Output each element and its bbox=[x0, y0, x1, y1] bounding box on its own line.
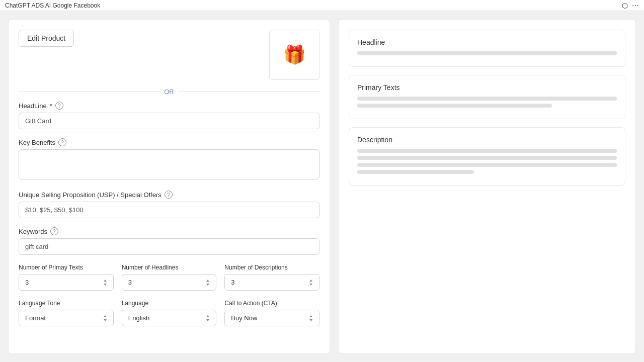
cta-group: Call to Action (CTA) Buy Now Learn More … bbox=[224, 300, 319, 326]
headlines-count-group: Number of Headlines 3 1 2 4 5 bbox=[122, 264, 217, 291]
language-tone-label: Language Tone bbox=[19, 300, 114, 307]
keywords-help-icon[interactable]: ? bbox=[50, 227, 58, 235]
primary-texts-skeleton-1 bbox=[357, 97, 617, 101]
language-tone-group: Language Tone Formal Informal Profession… bbox=[19, 300, 114, 326]
number-controls-row: Number of Primay Texts 3 1 2 4 5 Number … bbox=[19, 264, 319, 291]
description-skeleton-2 bbox=[357, 156, 617, 160]
more-icon[interactable]: ⋯ bbox=[632, 2, 639, 10]
key-benefits-help-icon[interactable]: ? bbox=[58, 138, 66, 146]
headline-preview-title: Headline bbox=[357, 38, 617, 46]
headlines-count-select[interactable]: 3 1 2 4 5 bbox=[122, 274, 217, 291]
cta-label: Call to Action (CTA) bbox=[224, 300, 319, 307]
usp-help-icon[interactable]: ? bbox=[165, 191, 173, 199]
headline-label: HeadLine * ? bbox=[19, 102, 319, 110]
top-bar-icons: ⬡ ⋯ bbox=[622, 2, 639, 10]
primary-texts-count-select[interactable]: 3 1 2 4 5 bbox=[19, 274, 114, 291]
usp-label: Unique Selling Proposition (USP) / Speci… bbox=[19, 191, 319, 199]
usp-input[interactable] bbox=[19, 202, 319, 218]
key-benefits-input[interactable] bbox=[19, 149, 319, 179]
headline-preview-card: Headline bbox=[349, 30, 625, 67]
key-benefits-group: Key Benefits ? bbox=[19, 138, 319, 182]
edit-product-button[interactable]: Edit Product bbox=[19, 30, 74, 47]
main-container: Edit Product 🎁 OR HeadLine * ? Key Benef… bbox=[0, 11, 644, 362]
descriptions-count-label: Number of Descriptions bbox=[224, 264, 319, 271]
language-select[interactable]: English Spanish French German Italian bbox=[122, 310, 217, 326]
or-divider: OR bbox=[19, 88, 319, 96]
language-label: Language bbox=[122, 300, 217, 307]
primary-texts-preview-title: Primary Texts bbox=[357, 83, 617, 92]
usp-group: Unique Selling Proposition (USP) / Speci… bbox=[19, 191, 319, 218]
headline-skeleton-1 bbox=[357, 51, 617, 55]
descriptions-count-group: Number of Descriptions 3 1 2 4 5 bbox=[224, 264, 319, 291]
description-skeleton-1 bbox=[357, 149, 617, 153]
product-image: 🎁 bbox=[269, 30, 319, 80]
primary-texts-skeleton-2 bbox=[357, 104, 552, 108]
language-controls-row: Language Tone Formal Informal Profession… bbox=[19, 300, 319, 326]
headline-group: HeadLine * ? bbox=[19, 102, 319, 129]
left-panel: Edit Product 🎁 OR HeadLine * ? Key Benef… bbox=[8, 19, 330, 354]
headlines-count-label: Number of Headlines bbox=[122, 264, 217, 271]
required-indicator: * bbox=[50, 102, 52, 110]
description-preview-title: Description bbox=[357, 136, 617, 144]
headline-input[interactable] bbox=[19, 113, 319, 129]
description-skeleton-4 bbox=[357, 170, 474, 174]
product-area: Edit Product 🎁 bbox=[19, 30, 319, 80]
primary-texts-count-group: Number of Primay Texts 3 1 2 4 5 bbox=[19, 264, 114, 291]
top-bar: ChatGPT ADS AI Google Facebook ⬡ ⋯ bbox=[0, 0, 644, 11]
descriptions-count-select[interactable]: 3 1 2 4 5 bbox=[224, 274, 319, 291]
app-title: ChatGPT ADS AI Google Facebook bbox=[5, 2, 100, 9]
cta-select[interactable]: Buy Now Learn More Sign Up Shop Now Get … bbox=[224, 310, 319, 326]
primary-texts-preview-card: Primary Texts bbox=[349, 75, 625, 119]
right-panel: Headline Primary Texts Description bbox=[338, 19, 636, 354]
language-group: Language English Spanish French German I… bbox=[122, 300, 217, 326]
headline-help-icon[interactable]: ? bbox=[55, 102, 63, 110]
keywords-label: Keywords ? bbox=[19, 227, 319, 235]
key-benefits-label: Key Benefits ? bbox=[19, 138, 319, 146]
description-preview-card: Description bbox=[349, 127, 625, 186]
primary-texts-count-label: Number of Primay Texts bbox=[19, 264, 114, 271]
keywords-group: Keywords ? bbox=[19, 227, 319, 255]
share-icon[interactable]: ⬡ bbox=[622, 2, 628, 10]
description-skeleton-3 bbox=[357, 163, 617, 167]
keywords-input[interactable] bbox=[19, 238, 319, 255]
language-tone-select[interactable]: Formal Informal Professional Casual bbox=[19, 310, 114, 326]
product-emoji: 🎁 bbox=[283, 44, 306, 65]
